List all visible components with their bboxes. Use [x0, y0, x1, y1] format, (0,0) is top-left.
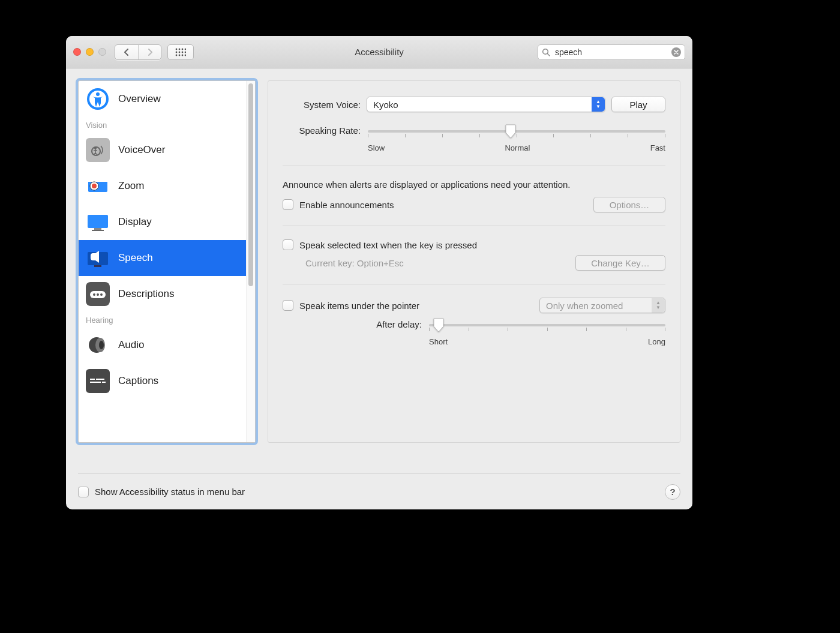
captions-icon: [86, 369, 110, 393]
svg-rect-27: [94, 265, 101, 267]
svg-point-29: [93, 293, 95, 296]
close-window-button[interactable]: [73, 48, 81, 56]
after-delay-label: After delay:: [283, 319, 422, 346]
speaking-rate-slider[interactable]: [368, 125, 665, 137]
svg-point-22: [92, 184, 97, 188]
scrollbar-thumb[interactable]: [248, 83, 253, 286]
rate-normal-label: Normal: [505, 143, 530, 152]
sidebar-category-vision: Vision: [79, 117, 246, 132]
help-button[interactable]: ?: [665, 484, 680, 500]
svg-rect-35: [90, 379, 95, 380]
search-input[interactable]: [554, 47, 668, 58]
bottom-bar: Show Accessibility status in menu bar ?: [78, 473, 680, 509]
svg-point-3: [185, 48, 186, 50]
svg-point-7: [185, 51, 186, 53]
svg-rect-23: [88, 215, 108, 228]
sidebar-category-hearing: Hearing: [79, 312, 246, 327]
speak-selected-text-label: Speak selected text when the key is pres…: [299, 240, 477, 250]
rate-slow-label: Slow: [368, 143, 385, 152]
grid-icon: [175, 48, 186, 56]
announcements-options-button: Options…: [593, 197, 665, 212]
sidebar-item-label: Audio: [118, 339, 144, 351]
audio-icon: [86, 333, 110, 357]
svg-point-10: [182, 54, 184, 56]
system-voice-dropdown[interactable]: Kyoko ▲▼: [367, 97, 605, 112]
sidebar-item-label: Descriptions: [118, 288, 175, 300]
speak-pointer-mode-dropdown: Only when zoomed ▲▼: [539, 298, 665, 313]
titlebar: Accessibility: [66, 36, 692, 68]
sidebar-scrollbar[interactable]: [246, 81, 255, 442]
svg-point-5: [179, 51, 181, 53]
svg-point-11: [185, 54, 186, 56]
svg-rect-20: [88, 179, 107, 182]
question-mark-icon: ?: [670, 487, 675, 497]
nav-back-button[interactable]: [115, 45, 138, 59]
svg-point-6: [182, 51, 184, 53]
svg-point-30: [97, 293, 99, 296]
speak-under-pointer-checkbox[interactable]: [283, 300, 293, 311]
zoom-icon: [86, 174, 110, 198]
voiceover-icon: [86, 138, 110, 162]
svg-point-18: [94, 147, 97, 149]
sidebar-item-speech[interactable]: Speech: [79, 240, 246, 276]
sidebar-item-label: Zoom: [118, 180, 144, 192]
svg-rect-36: [96, 379, 104, 380]
svg-point-34: [99, 341, 104, 349]
svg-rect-38: [102, 382, 106, 383]
play-voice-button[interactable]: Play: [611, 97, 665, 112]
speech-settings-pane: System Voice: Kyoko ▲▼ Play Speaking Rat…: [268, 80, 680, 443]
clear-search-button[interactable]: [671, 47, 681, 57]
nav-segmented-control: [115, 44, 161, 60]
chevron-left-icon: [124, 49, 130, 56]
sidebar-item-captions[interactable]: Captions: [79, 363, 246, 399]
svg-point-2: [182, 48, 184, 50]
delay-long-label: Long: [648, 337, 665, 346]
svg-point-0: [176, 48, 178, 50]
content-area: Overview Vision VoiceOver Zoom: [66, 68, 692, 469]
svg-point-4: [176, 51, 178, 53]
sidebar-item-display[interactable]: Display: [79, 204, 246, 240]
svg-point-31: [100, 293, 103, 296]
system-voice-value: Kyoko: [373, 100, 398, 110]
search-field[interactable]: [538, 44, 685, 60]
rate-fast-label: Fast: [650, 143, 665, 152]
show-status-in-menubar-checkbox[interactable]: [78, 487, 89, 497]
svg-point-9: [179, 54, 181, 56]
display-icon: [86, 210, 110, 234]
dropdown-arrows-icon: ▲▼: [592, 97, 605, 112]
show-status-in-menubar-label: Show Accessibility status in menu bar: [95, 487, 245, 497]
current-key-label: Current key: Option+Esc: [305, 258, 404, 268]
speaking-rate-label: Speaking Rate:: [283, 125, 361, 152]
window-controls: [73, 48, 106, 56]
sidebar-item-label: VoiceOver: [118, 144, 165, 156]
svg-point-8: [176, 54, 178, 56]
svg-line-13: [548, 53, 550, 56]
speak-selected-text-checkbox[interactable]: [283, 239, 293, 250]
system-voice-label: System Voice:: [283, 100, 361, 110]
system-preferences-window: Accessibility Overview Vision: [66, 36, 692, 509]
enable-announcements-label: Enable announcements: [299, 200, 394, 210]
sidebar-item-voiceover[interactable]: VoiceOver: [79, 132, 246, 168]
enable-announcements-checkbox[interactable]: [283, 199, 293, 210]
delay-short-label: Short: [429, 337, 448, 346]
sidebar-item-audio[interactable]: Audio: [79, 327, 246, 363]
sidebar-item-label: Display: [118, 216, 152, 228]
change-key-button: Change Key…: [575, 255, 665, 271]
announce-description: Announce when alerts are displayed or ap…: [283, 179, 607, 190]
search-icon: [542, 48, 550, 56]
dropdown-arrows-icon: ▲▼: [652, 298, 665, 313]
after-delay-slider[interactable]: [429, 319, 665, 331]
sidebar-item-overview[interactable]: Overview: [79, 81, 246, 117]
nav-forward-button: [138, 45, 161, 59]
svg-rect-24: [94, 228, 101, 230]
sidebar-item-zoom[interactable]: Zoom: [79, 168, 246, 204]
svg-rect-37: [90, 382, 101, 383]
sidebar-item-label: Overview: [118, 93, 161, 105]
speak-pointer-mode-value: Only when zoomed: [546, 301, 623, 311]
svg-point-16: [96, 92, 100, 96]
minimize-window-button[interactable]: [86, 48, 94, 56]
sidebar-item-descriptions[interactable]: Descriptions: [79, 276, 246, 312]
x-icon: [674, 50, 679, 55]
speech-icon: [86, 246, 110, 270]
show-all-button[interactable]: [167, 44, 194, 60]
